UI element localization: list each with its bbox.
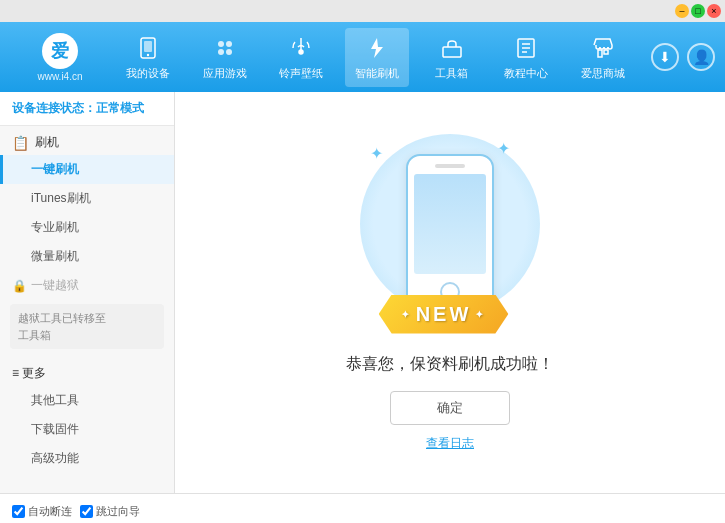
nav-label-tutorial: 教程中心: [504, 66, 548, 81]
sidebar-item-download-firmware[interactable]: 下载固件: [0, 415, 174, 444]
svg-rect-13: [598, 50, 602, 57]
flash-section-icon: 📋: [12, 135, 29, 151]
nav-item-tutorial[interactable]: 教程中心: [494, 28, 558, 87]
checkbox-row: 自动断连 跳过向导: [12, 500, 187, 523]
main-area: 设备连接状态：正常模式 📋 刷机 一键刷机 iTunes刷机 专业刷机 微量刷机…: [0, 92, 725, 493]
maximize-button[interactable]: □: [691, 4, 705, 18]
nav-item-smart-flash[interactable]: 智能刷机: [345, 28, 409, 87]
nav-item-ringtones[interactable]: 铃声壁纸: [269, 28, 333, 87]
lock-icon: 🔒: [12, 279, 27, 293]
nav-items: 我的设备 应用游戏 铃声壁纸 智能刷机 工具箱: [110, 28, 641, 87]
confirm-button[interactable]: 确定: [390, 391, 510, 425]
logo-text: www.i4.cn: [37, 71, 82, 82]
svg-rect-14: [604, 50, 608, 54]
top-nav: 爱 www.i4.cn 我的设备 应用游戏 铃声壁纸 智能刷机: [0, 22, 725, 92]
store-icon: [589, 34, 617, 62]
auto-disconnect-input[interactable]: [12, 505, 25, 518]
svg-point-3: [218, 41, 224, 47]
auto-disconnect-checkbox[interactable]: 自动断连: [12, 504, 72, 519]
content-area: ✦ ✦ ✦ NEW ✦ 恭喜您，保资料刷机成功啦！ 确定 查看日志: [175, 92, 725, 493]
nav-item-my-device[interactable]: 我的设备: [116, 28, 180, 87]
nav-item-apps-games[interactable]: 应用游戏: [193, 28, 257, 87]
nav-label-toolbox: 工具箱: [435, 66, 468, 81]
new-star-left: ✦: [401, 309, 412, 320]
minimize-button[interactable]: –: [675, 4, 689, 18]
logo-area: 爱 www.i4.cn: [10, 33, 110, 82]
ringtone-icon: [287, 34, 315, 62]
more-section-header: ≡ 更多: [0, 357, 174, 386]
close-button[interactable]: ×: [707, 4, 721, 18]
bottom-area: 自动断连 跳过向导 📱 iPhone 12 mini 64GB Down-12m…: [0, 493, 725, 523]
svg-point-7: [299, 50, 303, 54]
download-button[interactable]: ⬇: [651, 43, 679, 71]
svg-rect-1: [144, 41, 152, 52]
apps-icon: [211, 34, 239, 62]
phone-speaker: [435, 164, 465, 168]
phone-illustration: ✦ ✦ ✦ NEW ✦: [360, 134, 540, 334]
sidebar-item-one-click-flash[interactable]: 一键刷机: [0, 155, 174, 184]
nav-label-smart-flash: 智能刷机: [355, 66, 399, 81]
nav-label-store: 爱思商城: [581, 66, 625, 81]
user-button[interactable]: 👤: [687, 43, 715, 71]
sidebar-item-pro-flash[interactable]: 专业刷机: [0, 213, 174, 242]
nav-right: ⬇ 👤: [651, 43, 715, 71]
svg-point-6: [226, 49, 232, 55]
sidebar-item-jailbreak: 🔒 一键越狱: [0, 271, 174, 300]
sidebar-item-advanced[interactable]: 高级功能: [0, 444, 174, 473]
sidebar-item-itunes-flash[interactable]: iTunes刷机: [0, 184, 174, 213]
device-icon: [134, 34, 162, 62]
phone-screen: [414, 174, 486, 274]
new-badge-container: ✦ NEW ✦: [379, 295, 509, 334]
title-bar: – □ ×: [0, 0, 725, 22]
toolbox-icon: [438, 34, 466, 62]
phone-body: [406, 154, 494, 309]
bottom-left-section: 自动断连 跳过向导 📱 iPhone 12 mini 64GB Down-12m…: [12, 500, 187, 523]
sidebar: 设备连接状态：正常模式 📋 刷机 一键刷机 iTunes刷机 专业刷机 微量刷机…: [0, 92, 175, 493]
flash-icon: [363, 34, 391, 62]
nav-item-toolbox[interactable]: 工具箱: [422, 28, 482, 87]
flash-section-header: 📋 刷机: [0, 126, 174, 155]
new-star-right: ✦: [475, 309, 486, 320]
success-text: 恭喜您，保资料刷机成功啦！: [346, 354, 554, 375]
sidebar-item-micro-flash[interactable]: 微量刷机: [0, 242, 174, 271]
nav-label-apps-games: 应用游戏: [203, 66, 247, 81]
new-badge: ✦ NEW ✦: [379, 295, 509, 334]
nav-label-ringtones: 铃声壁纸: [279, 66, 323, 81]
nav-item-store[interactable]: 爱思商城: [571, 28, 635, 87]
sparkle-icon-1: ✦: [370, 144, 383, 163]
sidebar-item-other-tools[interactable]: 其他工具: [0, 386, 174, 415]
svg-rect-8: [443, 47, 461, 57]
svg-point-4: [226, 41, 232, 47]
svg-point-2: [147, 53, 149, 55]
sidebar-info-box: 越狱工具已转移至工具箱: [10, 304, 164, 349]
skip-wizard-checkbox[interactable]: 跳过向导: [80, 504, 140, 519]
logo-icon: 爱: [42, 33, 78, 69]
tutorial-icon: [512, 34, 540, 62]
nav-label-my-device: 我的设备: [126, 66, 170, 81]
device-row: 自动断连 跳过向导 📱 iPhone 12 mini 64GB Down-12m…: [0, 494, 725, 523]
skip-wizard-input[interactable]: [80, 505, 93, 518]
sparkle-icon-2: ✦: [497, 139, 510, 158]
goto-log-link[interactable]: 查看日志: [426, 435, 474, 452]
connection-status: 设备连接状态：正常模式: [0, 92, 174, 126]
svg-point-5: [218, 49, 224, 55]
